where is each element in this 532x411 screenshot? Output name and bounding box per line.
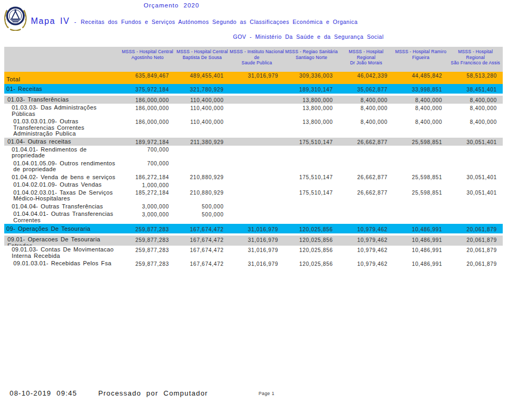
value-cell: 31,016,979 [229,236,284,246]
value-cell [175,182,230,188]
cape-verde-coat-of-arms-icon [3,3,28,31]
row-label: 09.01.03.01- Recebidas Pelos Fsa [4,261,120,267]
column-header-line2: São Francisco de Assis [448,60,503,66]
value-cell: 10,486,991 [394,236,448,246]
value-cell [448,147,503,159]
column-header-line2: Dr João Morais [339,60,394,66]
row-label: 01.04.02.01.09- Outras Vendas [4,182,120,188]
value-cell: 3,000,000 [120,211,175,223]
value-cell: 167,674,472 [175,261,230,267]
value-cell: 186,000,000 [120,105,175,117]
value-cell: 33,998,851 [394,84,448,94]
value-cell [284,161,339,173]
value-cell: 8,400,000 [448,105,503,117]
row-label: 01.03- Transferências [4,96,120,104]
value-cell: 500,000 [175,204,230,210]
value-cell: 10,486,991 [394,261,448,267]
table-body: Total635,849,467489,455,40131,016,979309… [4,72,503,267]
value-cell: 321,780,929 [175,84,230,94]
value-cell: 210,880,929 [175,174,230,181]
ministry-line: GOV - Ministério Da Saúde e da Segurança… [233,33,384,40]
value-cell: 10,486,991 [394,247,448,259]
table-row: 09.01- Operacoes De Tesouraria Entradas2… [4,236,503,246]
value-cell [284,211,339,223]
value-cell [284,147,339,159]
column-header: MSSS - Regiao SanitáriaSantiago Norte [284,47,339,72]
column-header: MSSS - Hospital CentralAgostinho Neto [120,47,175,72]
value-cell: 375,972,184 [120,84,175,94]
value-cell [339,211,394,223]
column-header-line1: MSSS - Hospital Ramiro [394,49,448,55]
map-dash: - [74,19,77,25]
value-cell: 10,486,991 [394,224,448,233]
table-row: Total635,849,467489,455,40131,016,979309… [4,72,503,84]
footer: 08-10-2019 09:45 Processado por Computad… [10,389,208,397]
table-row: 01.03- Transferências186,000,000110,400,… [4,96,503,104]
value-cell [394,211,448,223]
column-header-line2: Saude Publica [229,60,284,66]
value-cell: 110,400,000 [175,105,230,117]
column-header-line2: Agostinho Neto [120,55,175,61]
value-cell: 30,051,401 [448,190,503,202]
column-header-line1: MSSS - Instituto Nacional de [229,49,284,60]
value-cell [229,119,284,137]
table-row: 09.01.03- Contas De Movimentacao Interna… [4,246,503,259]
value-cell: 259,877,283 [120,247,175,259]
map-number: Mapa IV [31,16,70,26]
row-label: 01.04.02- Venda de bens e serviços [4,174,120,181]
value-cell [394,182,448,188]
value-cell: 309,336,003 [284,72,339,84]
column-header-line2: Santiago Norte [284,55,339,61]
value-cell [229,190,284,202]
value-cell: 211,380,929 [175,138,230,146]
value-cell: 167,674,472 [175,224,230,233]
value-cell: 10,979,462 [339,224,394,233]
table-row: 01.04.02.03.01- Taxas De Serviços Médico… [4,189,503,203]
value-cell [229,211,284,223]
value-cell [175,161,230,173]
column-header: MSSS - Hospital RegionalSão Francisco de… [448,47,503,72]
value-cell [448,211,503,223]
value-cell: 259,877,283 [120,261,175,267]
value-cell: 186,000,000 [120,119,175,137]
row-label: 01.03.03.01.09- Outras Transferencias Co… [4,119,120,137]
value-cell [394,147,448,159]
document-title: Orçamento 2020 [144,2,200,9]
value-cell: 110,400,000 [175,96,230,104]
row-label: 01.04- Outras receitas [4,138,120,146]
column-header: MSSS - Hospital RegionalDr João Morais [339,47,394,72]
value-cell: 8,400,000 [339,119,394,137]
value-cell: 635,849,467 [120,72,175,84]
table-row: 01- Receitas375,972,184321,780,929189,31… [4,84,503,94]
page-number: Page 1 [259,391,275,396]
row-label: 01- Receitas [4,84,120,94]
value-cell [339,204,394,210]
value-cell: 210,880,929 [175,190,230,202]
column-header-line2: Baptista De Sousa [175,55,230,61]
value-cell: 10,979,462 [339,261,394,267]
table-row: 01.04.01- Rendimentos de propriedade700,… [4,146,503,160]
value-cell: 20,061,879 [448,224,503,233]
value-cell: 58,513,280 [448,72,503,84]
value-cell: 186,272,184 [120,174,175,181]
value-cell [229,174,284,181]
value-cell: 8,400,000 [448,119,503,137]
report-table: MSSS - Hospital CentralAgostinho NetoMSS… [4,47,503,267]
value-cell: 13,800,000 [284,96,339,104]
value-cell: 30,051,401 [448,174,503,181]
column-header: MSSS - Instituto Nacional deSaude Public… [229,47,284,72]
value-cell [229,161,284,173]
value-cell [229,138,284,146]
value-cell: 13,800,000 [284,105,339,117]
value-cell: 10,979,462 [339,247,394,259]
column-header-line1: MSSS - Hospital Regional [448,49,503,60]
value-cell [448,204,503,210]
value-cell: 186,000,000 [120,96,175,104]
column-header-line1: MSSS - Hospital Central [175,49,230,55]
value-cell [339,147,394,159]
value-cell: 35,062,877 [339,84,394,94]
row-label: 01.04.01.05.09- Outros rendimentos de pr… [4,161,120,173]
value-cell [229,204,284,210]
value-cell: 8,400,000 [394,105,448,117]
value-cell [229,182,284,188]
